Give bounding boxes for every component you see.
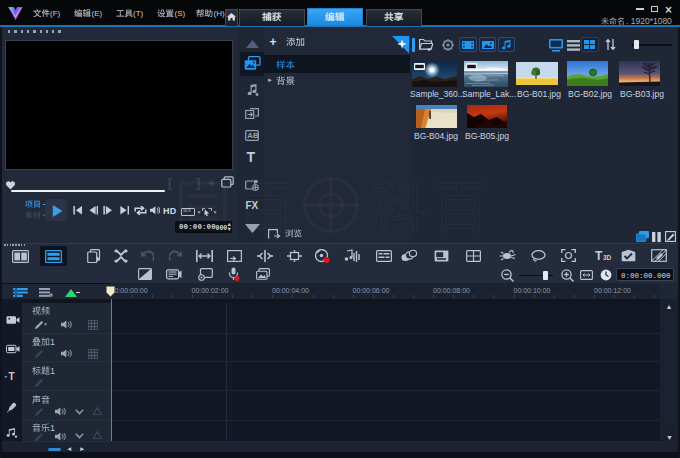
svg-text:AB: AB [247, 131, 259, 140]
